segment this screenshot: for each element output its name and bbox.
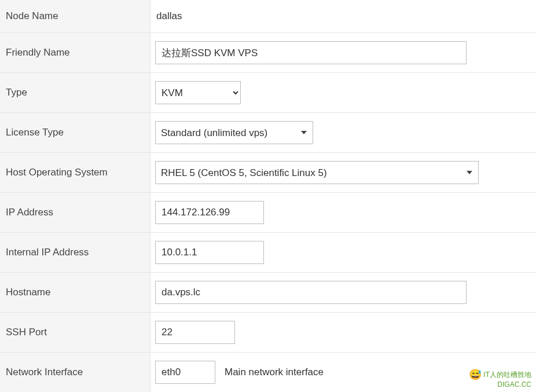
label-internal-ip: Internal IP Address bbox=[0, 233, 150, 272]
friendly-name-input[interactable] bbox=[155, 41, 467, 64]
row-ip-address: IP Address bbox=[0, 193, 536, 233]
host-os-select[interactable]: RHEL 5 (CentOS 5, Scientific Linux 5) bbox=[155, 161, 479, 184]
node-config-form: Node Name dallas Friendly Name Type KVM … bbox=[0, 0, 536, 392]
row-internal-ip: Internal IP Address bbox=[0, 233, 536, 273]
row-network-interface: Network Interface Main network interface bbox=[0, 353, 536, 392]
row-license-type: License Type Standard (unlimited vps) bbox=[0, 113, 536, 153]
label-hostname: Hostname bbox=[0, 273, 150, 312]
ip-address-input[interactable] bbox=[155, 201, 264, 224]
hostname-input[interactable] bbox=[155, 281, 467, 304]
value-node-name: dallas bbox=[150, 0, 536, 32]
row-type: Type KVM bbox=[0, 73, 536, 113]
row-hostname: Hostname bbox=[0, 273, 536, 313]
license-type-select[interactable]: Standard (unlimited vps) bbox=[155, 121, 313, 144]
type-select[interactable]: KVM bbox=[155, 81, 241, 104]
label-node-name: Node Name bbox=[0, 0, 150, 32]
internal-ip-input[interactable] bbox=[155, 241, 264, 264]
label-network-interface: Network Interface bbox=[0, 353, 150, 392]
label-license-type: License Type bbox=[0, 113, 150, 152]
label-host-os: Host Operating System bbox=[0, 153, 150, 192]
row-node-name: Node Name dallas bbox=[0, 0, 536, 33]
label-type: Type bbox=[0, 73, 150, 112]
row-friendly-name: Friendly Name bbox=[0, 33, 536, 73]
row-host-os: Host Operating System RHEL 5 (CentOS 5, … bbox=[0, 153, 536, 193]
network-interface-hint: Main network interface bbox=[225, 367, 324, 378]
network-interface-input[interactable] bbox=[155, 361, 215, 384]
label-friendly-name: Friendly Name bbox=[0, 33, 150, 72]
ssh-port-input[interactable] bbox=[155, 321, 235, 344]
label-ip-address: IP Address bbox=[0, 193, 150, 232]
row-ssh-port: SSH Port bbox=[0, 313, 536, 353]
label-ssh-port: SSH Port bbox=[0, 313, 150, 352]
